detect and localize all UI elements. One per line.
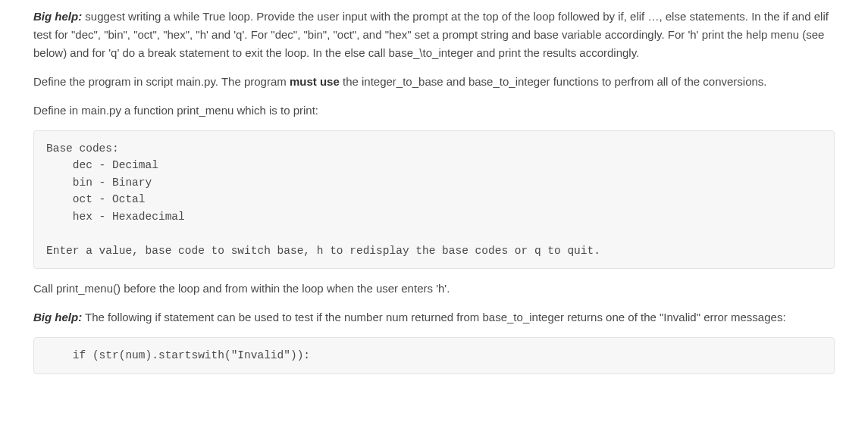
- big-help-text-1: suggest writing a while True loop. Provi…: [33, 10, 829, 59]
- code-block-base-codes: Base codes: dec - Decimal bin - Binary o…: [33, 130, 835, 269]
- define-program-post: the integer_to_base and base_to_integer …: [340, 75, 767, 88]
- paragraph-call-printmenu: Call print_menu() before the loop and fr…: [33, 280, 835, 298]
- paragraph-define-program: Define the program in script main.py. Th…: [33, 73, 835, 91]
- paragraph-define-printmenu: Define in main.py a function print_menu …: [33, 102, 835, 120]
- paragraph-big-help-1: Big help: suggest writing a while True l…: [33, 8, 835, 62]
- code-block-if-statement: if (str(num).startswith("Invalid")):: [33, 337, 835, 374]
- big-help-label-1: Big help:: [33, 10, 82, 23]
- define-program-pre: Define the program in script main.py. Th…: [33, 75, 290, 88]
- paragraph-big-help-2: Big help: The following if statement can…: [33, 308, 835, 327]
- define-program-bold: must use: [290, 75, 340, 88]
- big-help-text-2: The following if statement can be used t…: [82, 311, 785, 324]
- big-help-label-2: Big help:: [33, 311, 82, 324]
